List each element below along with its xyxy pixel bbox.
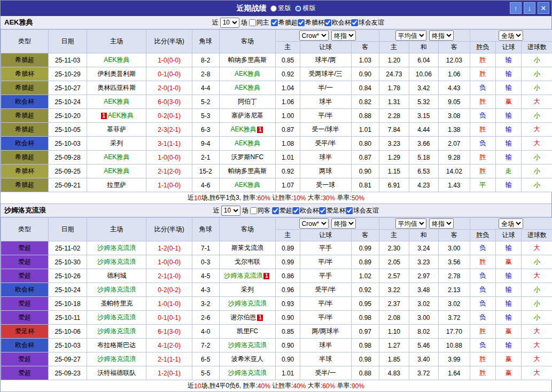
- league-type-cell[interactable]: 爱超: [1, 311, 49, 325]
- league-checkbox[interactable]: [346, 207, 353, 214]
- team-name[interactable]: 奥林匹亚科斯: [97, 84, 136, 91]
- score-cell[interactable]: 6-0(3-0): [146, 95, 192, 109]
- vertical-layout-radio[interactable]: [270, 5, 277, 12]
- score-cell[interactable]: 1-2(0-1): [146, 366, 192, 380]
- league-type-cell[interactable]: 欧会杯: [1, 95, 49, 109]
- league-type-cell[interactable]: 希腊杯: [1, 164, 49, 178]
- team-name[interactable]: 采列: [110, 139, 123, 147]
- team-name[interactable]: AEK雅典: [235, 139, 260, 147]
- league-type-cell[interactable]: 爱超: [1, 255, 49, 269]
- close-button[interactable]: ✕: [538, 2, 549, 14]
- score-cell[interactable]: 0-2(0-1): [146, 109, 192, 123]
- odds-stage-select[interactable]: 终指: [331, 30, 356, 41]
- team-name[interactable]: 斯莱戈流浪: [231, 244, 263, 252]
- team-name[interactable]: 沙姆洛克流浪: [97, 355, 136, 363]
- layout-vertical-option[interactable]: 竖版: [270, 4, 291, 13]
- score-cell[interactable]: 2-1(2-0): [146, 164, 192, 178]
- league-type-cell[interactable]: 爱超: [1, 269, 49, 283]
- league-checkbox[interactable]: [351, 19, 358, 26]
- league-type-cell[interactable]: 希腊超: [1, 178, 49, 192]
- league-type-cell[interactable]: 爱足杯: [1, 325, 49, 339]
- league-type-cell[interactable]: 欧会杯: [1, 339, 49, 352]
- league-type-cell[interactable]: 希腊超: [1, 109, 49, 123]
- team-name[interactable]: 阿伯丁: [238, 98, 257, 105]
- same-venue-filter[interactable]: 同客: [250, 206, 270, 215]
- score-cell[interactable]: 2-0(1-0): [146, 81, 192, 95]
- team-name[interactable]: AEK雅典: [108, 112, 134, 119]
- score-cell[interactable]: 1-0(0-0): [146, 255, 192, 269]
- team-name[interactable]: 沃特福德联队: [97, 369, 136, 377]
- score-cell[interactable]: 0-1(0-1): [146, 311, 192, 325]
- league-checkbox[interactable]: [298, 19, 305, 26]
- same-venue-checkbox[interactable]: [249, 19, 256, 26]
- move-down-button[interactable]: ↓: [524, 2, 535, 14]
- team-name[interactable]: 波希米亚人: [231, 355, 263, 363]
- odds-stage-select[interactable]: 终指: [331, 218, 356, 229]
- odds-source-select[interactable]: Crow*: [299, 30, 329, 41]
- team-name[interactable]: AEK雅典: [104, 98, 129, 105]
- recent-count-select[interactable]: 10: [221, 206, 240, 216]
- avg-stage-select[interactable]: 终指: [429, 30, 454, 41]
- league-checkbox[interactable]: [319, 207, 326, 214]
- team-name[interactable]: 沙姆洛克流浪: [97, 313, 136, 321]
- team-name[interactable]: 沙姆洛克流浪: [97, 244, 136, 252]
- team-name[interactable]: 沙姆洛克流浪: [228, 341, 267, 349]
- score-cell[interactable]: 2-3(2-1): [146, 123, 192, 137]
- team-name[interactable]: 拉里萨: [107, 181, 126, 189]
- league-type-cell[interactable]: 爱超: [1, 241, 49, 255]
- team-name[interactable]: 沙姆洛克流浪: [224, 272, 262, 279]
- team-name[interactable]: 沙姆洛克流浪: [228, 369, 267, 377]
- team-name[interactable]: 沙姆洛克流浪: [228, 300, 267, 307]
- score-cell[interactable]: 1-0(0-0): [146, 151, 192, 164]
- team-name[interactable]: 戈尔韦联: [235, 258, 260, 265]
- score-cell[interactable]: 1-0(1-0): [146, 297, 192, 311]
- layout-horizontal-option[interactable]: 横版: [295, 4, 316, 13]
- league-filter[interactable]: 爱超: [272, 206, 292, 215]
- team-name[interactable]: AEK雅典: [235, 70, 260, 77]
- league-checkbox[interactable]: [324, 19, 331, 26]
- team-name[interactable]: AEK雅典: [230, 126, 256, 133]
- team-name[interactable]: AEK雅典: [104, 167, 129, 175]
- league-type-cell[interactable]: 希腊超: [1, 53, 49, 67]
- score-cell[interactable]: 1-1(0-0): [146, 178, 192, 192]
- score-cell[interactable]: 3-1(1-1): [146, 137, 192, 151]
- league-filter[interactable]: 球会友谊: [351, 18, 384, 27]
- score-cell[interactable]: 0-2(0-2): [146, 283, 192, 297]
- avg-stage-select[interactable]: 终指: [429, 218, 454, 229]
- team-name[interactable]: AEK雅典: [235, 181, 260, 189]
- team-name[interactable]: AEK雅典: [235, 84, 260, 91]
- score-cell[interactable]: 1-0(0-0): [146, 53, 192, 67]
- league-checkbox[interactable]: [272, 207, 279, 214]
- team-name[interactable]: 伊利奥普利斯: [97, 70, 136, 77]
- league-filter[interactable]: 爱足杯: [319, 206, 346, 215]
- team-name[interactable]: 采列: [241, 286, 254, 293]
- scope-select[interactable]: 全场: [499, 30, 523, 41]
- avg-source-select[interactable]: 平均值: [395, 218, 426, 229]
- score-cell[interactable]: 6-1(3-0): [146, 325, 192, 339]
- team-name[interactable]: 沃罗斯NFC: [231, 153, 264, 161]
- avg-source-select[interactable]: 平均值: [395, 30, 426, 41]
- league-type-cell[interactable]: 爱超: [1, 352, 49, 366]
- odds-source-select[interactable]: Crow*: [299, 218, 329, 229]
- team-name[interactable]: 布拉格斯巴达: [97, 341, 136, 349]
- move-up-button[interactable]: ↑: [510, 2, 522, 14]
- scope-select[interactable]: 全场: [499, 218, 523, 229]
- team-name[interactable]: 沙姆洛克流浪: [97, 286, 136, 293]
- league-type-cell[interactable]: 欧会杯: [1, 137, 49, 151]
- team-name[interactable]: 帕纳多里高斯: [228, 167, 267, 175]
- league-filter[interactable]: 希腊超: [271, 18, 298, 27]
- league-filter[interactable]: 球会友谊: [346, 206, 379, 215]
- league-type-cell[interactable]: 欧会杯: [1, 283, 49, 297]
- score-cell[interactable]: 4-1(2-0): [146, 339, 192, 352]
- league-type-cell[interactable]: 希腊超: [1, 151, 49, 164]
- horizontal-layout-radio[interactable]: [295, 5, 301, 12]
- score-cell[interactable]: 2-1(1-1): [146, 352, 192, 366]
- same-venue-filter[interactable]: 同主: [249, 18, 269, 27]
- league-filter[interactable]: 希腊杯: [298, 18, 324, 27]
- league-type-cell[interactable]: 爱超: [1, 366, 49, 380]
- score-cell[interactable]: 0-1(0-0): [146, 67, 192, 81]
- score-cell[interactable]: 2-1(1-0): [146, 269, 192, 283]
- recent-count-select[interactable]: 10: [220, 18, 239, 28]
- league-filter[interactable]: 欧会杯: [324, 18, 351, 27]
- team-name[interactable]: 谢尔伯恩: [230, 313, 256, 321]
